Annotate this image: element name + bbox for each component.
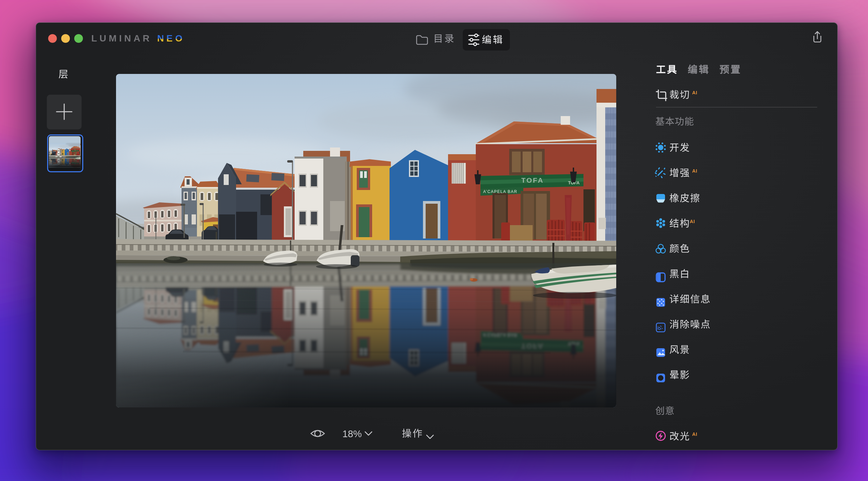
- svg-text:AI: AI: [692, 168, 698, 174]
- svg-text:AI: AI: [692, 431, 698, 437]
- svg-text:AI: AI: [690, 219, 695, 224]
- svg-text:AI: AI: [692, 90, 698, 95]
